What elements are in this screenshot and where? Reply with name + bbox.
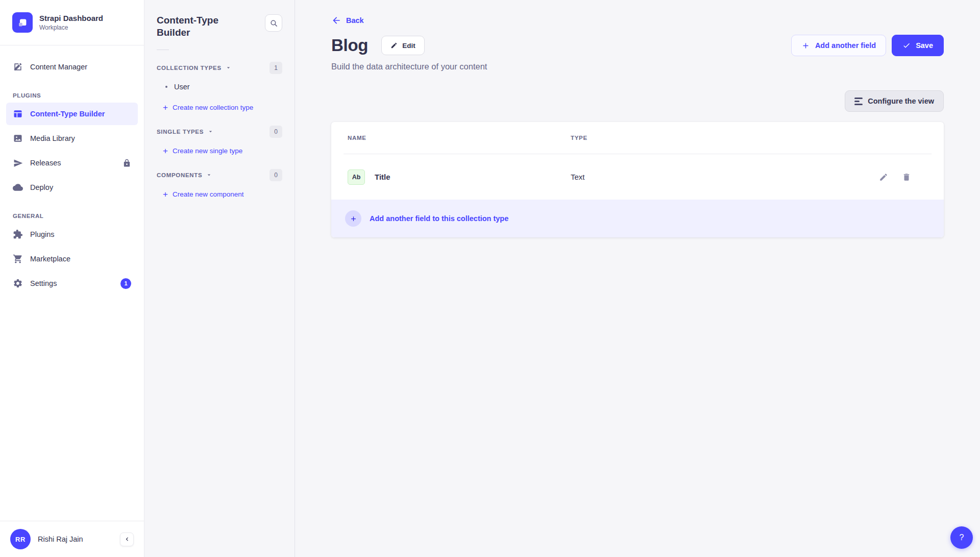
fields-table-card: NAME TYPE Ab Title Text <box>331 122 944 237</box>
column-header-name: NAME <box>348 135 571 141</box>
sidebar-item-content-manager[interactable]: Content Manager <box>6 56 138 78</box>
strapi-logo-icon <box>12 12 33 33</box>
group-count-badge: 0 <box>270 126 282 138</box>
sidebar-item-settings[interactable]: Settings 1 <box>6 272 138 295</box>
collapse-sidebar-button[interactable] <box>120 532 134 546</box>
image-icon <box>13 133 23 143</box>
group-components[interactable]: COMPONENTS 0 <box>157 166 282 184</box>
edit-label: Edit <box>402 42 415 50</box>
add-another-field-button[interactable]: Add another field <box>791 35 886 56</box>
toolbar-row: Configure the view <box>331 90 944 112</box>
table-header: NAME TYPE <box>331 122 944 154</box>
save-label: Save <box>916 41 933 50</box>
text-field-type-chip: Ab <box>348 169 365 185</box>
group-count-badge: 1 <box>270 62 282 74</box>
group-label: COLLECTION TYPES <box>157 65 222 71</box>
create-link-label: Create new single type <box>173 147 242 155</box>
back-link[interactable]: Back <box>331 15 364 26</box>
create-link-label: Create new collection type <box>173 104 253 111</box>
subnav-title: Content-Type Builder <box>157 14 243 39</box>
plus-icon: + <box>163 190 168 199</box>
sidebar-item-label: Content Manager <box>30 63 87 71</box>
back-label: Back <box>346 16 364 25</box>
settings-notification-badge: 1 <box>120 278 131 289</box>
sidebar-item-releases[interactable]: Releases <box>6 152 138 174</box>
collection-type-label: User <box>174 83 190 91</box>
sidebar-item-label: Marketplace <box>30 255 70 263</box>
brand: Strapi Dashboard Workplace <box>0 0 144 45</box>
row-actions <box>879 173 911 182</box>
app-title: Strapi Dashboard <box>39 14 103 22</box>
edit-field-icon[interactable] <box>879 173 888 182</box>
plus-icon: + <box>163 103 168 112</box>
page-title: Blog <box>331 36 368 55</box>
page-subtitle: Build the data architecture of your cont… <box>331 62 944 71</box>
layout-icon <box>13 109 23 119</box>
add-field-label: Add another field <box>815 41 876 50</box>
field-type-cell: Text <box>571 173 879 181</box>
bullet-icon <box>165 86 167 88</box>
sidebar-item-label: Content-Type Builder <box>30 110 105 118</box>
plus-circle-icon <box>345 210 361 227</box>
arrow-left-icon <box>331 15 341 26</box>
pen-square-icon <box>13 62 23 72</box>
page-header: Blog Edit Add another field <box>331 35 944 56</box>
layout-lines-icon <box>854 98 863 105</box>
chevron-down-icon <box>206 172 212 178</box>
brand-text: Strapi Dashboard Workplace <box>39 14 103 31</box>
edit-button[interactable]: Edit <box>381 36 425 55</box>
header-actions: Add another field Save <box>791 35 944 56</box>
create-link-label: Create new component <box>173 190 244 198</box>
divider <box>157 50 169 50</box>
subnav-header: Content-Type Builder <box>157 14 282 39</box>
main-content: Back Blog Edit Add <box>295 0 980 557</box>
user-area: RR Rishi Raj Jain <box>0 521 144 557</box>
field-name: Title <box>375 173 390 181</box>
create-new-component-link[interactable]: + Create new component <box>157 184 282 205</box>
column-header-type: TYPE <box>571 135 927 141</box>
sidebar-item-label: Media Library <box>30 134 75 142</box>
cart-icon <box>13 254 23 264</box>
group-count-badge: 0 <box>270 169 282 181</box>
sidebar-item-plugins[interactable]: Plugins <box>6 223 138 246</box>
collection-type-item-user[interactable]: User <box>157 77 282 97</box>
add-field-row-label: Add another field to this collection typ… <box>370 214 508 223</box>
configure-view-label: Configure the view <box>868 97 934 105</box>
chevron-down-icon <box>225 64 232 71</box>
pencil-icon <box>390 42 398 49</box>
puzzle-icon <box>13 229 23 239</box>
group-label: SINGLE TYPES <box>157 129 204 135</box>
workspace-name: Workplace <box>39 24 103 31</box>
gear-icon <box>13 278 23 288</box>
plus-icon: + <box>163 147 168 155</box>
search-icon <box>270 19 278 28</box>
sidebar-section-plugins: PLUGINS <box>6 92 138 99</box>
save-button[interactable]: Save <box>892 35 944 56</box>
group-single-types[interactable]: SINGLE TYPES 0 <box>157 123 282 140</box>
avatar[interactable]: RR <box>10 529 31 549</box>
paper-plane-icon <box>13 158 23 168</box>
create-new-collection-type-link[interactable]: + Create new collection type <box>157 97 282 118</box>
sidebar-item-label: Plugins <box>30 230 55 238</box>
group-collection-types[interactable]: COLLECTION TYPES 1 <box>157 59 282 77</box>
field-name-cell: Ab Title <box>348 169 571 185</box>
sidebar-item-label: Settings <box>30 279 57 287</box>
delete-field-icon[interactable] <box>902 173 911 182</box>
sidebar-section-general: GENERAL <box>6 213 138 219</box>
configure-the-view-button[interactable]: Configure the view <box>845 90 944 112</box>
chevron-left-icon <box>124 536 131 543</box>
sidebar-nav: Content Manager PLUGINS Content-Type Bui… <box>0 45 144 297</box>
sidebar-item-deploy[interactable]: Deploy <box>6 176 138 199</box>
question-mark-icon: ? <box>960 533 964 542</box>
help-button[interactable]: ? <box>950 526 973 549</box>
content-type-builder-subnav: Content-Type Builder COLLECTION TYPES 1 … <box>144 0 295 557</box>
add-field-row[interactable]: Add another field to this collection typ… <box>331 200 944 237</box>
cloud-icon <box>13 182 23 192</box>
sidebar: Strapi Dashboard Workplace Content Manag… <box>0 0 144 557</box>
table-row: Ab Title Text <box>331 154 944 200</box>
sidebar-item-media-library[interactable]: Media Library <box>6 127 138 150</box>
sidebar-item-marketplace[interactable]: Marketplace <box>6 248 138 270</box>
sidebar-item-content-type-builder[interactable]: Content-Type Builder <box>6 103 138 125</box>
search-button[interactable] <box>265 14 282 32</box>
create-new-single-type-link[interactable]: + Create new single type <box>157 140 282 161</box>
